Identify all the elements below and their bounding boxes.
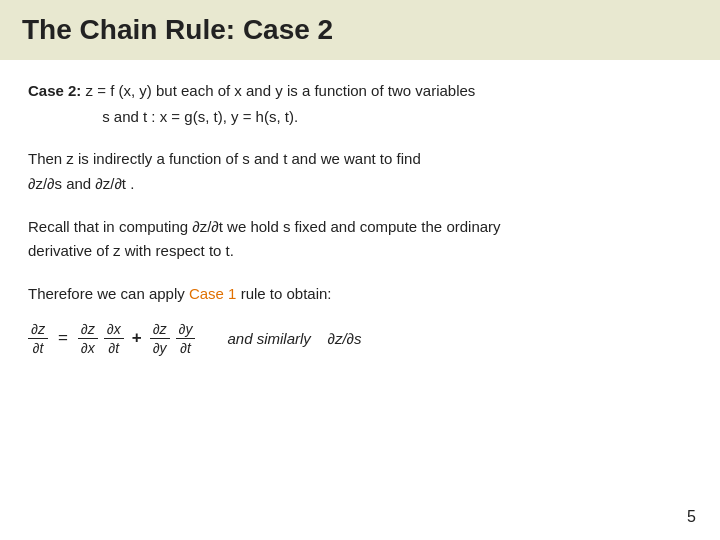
frac3-den: ∂y [150, 339, 170, 356]
formula-row: ∂z ∂t = ∂z ∂x ∂x ∂t + ∂z ∂y ∂y [28, 321, 692, 356]
frac4: ∂y ∂t [176, 321, 196, 356]
frac2-den: ∂t [105, 339, 122, 356]
recall-text2: derivative of z with respect to t. [28, 242, 234, 259]
equation: ∂z ∂t = ∂z ∂x ∂x ∂t + ∂z ∂y ∂y [28, 321, 195, 356]
then-block: Then z is indirectly a function of s and… [28, 147, 692, 197]
frac4-den: ∂t [177, 339, 194, 356]
and-similarly: and similarly ∂z/∂s [227, 330, 361, 347]
page-header: The Chain Rule: Case 2 [0, 0, 720, 60]
case2-line1: z = f (x, y) but each of x and y is a fu… [86, 82, 476, 99]
frac2: ∂x ∂t [104, 321, 124, 356]
page-title: The Chain Rule: Case 2 [22, 14, 698, 46]
case2-block: Case 2: z = f (x, y) but each of x and y… [28, 78, 692, 129]
frac4-num: ∂y [176, 321, 196, 339]
page-number: 5 [687, 508, 696, 526]
plus-sign: + [132, 328, 142, 348]
case2-line2: s and t : x = g(s, t), y = h(s, t). [102, 108, 298, 125]
therefore-block: Therefore we can apply Case 1 rule to ob… [28, 282, 692, 307]
recall-text1: Recall that in computing ∂z/∂t we hold s… [28, 218, 501, 235]
frac1-num: ∂z [78, 321, 98, 339]
lhs-den: ∂t [30, 339, 47, 356]
frac1: ∂z ∂x [78, 321, 98, 356]
then-text1: Then z is indirectly a function of s and… [28, 150, 421, 167]
frac3: ∂z ∂y [150, 321, 170, 356]
frac1-den: ∂x [78, 339, 98, 356]
therefore-text: Therefore we can apply [28, 285, 185, 302]
lhs-num: ∂z [28, 321, 48, 339]
then-text2: ∂z/∂s and ∂z/∂t . [28, 175, 134, 192]
eq-sign: = [58, 328, 68, 348]
frac2-num: ∂x [104, 321, 124, 339]
case1-label: Case 1 [189, 285, 237, 302]
recall-block: Recall that in computing ∂z/∂t we hold s… [28, 215, 692, 265]
lhs-fraction: ∂z ∂t [28, 321, 48, 356]
and-similarly-text: and similarly [227, 330, 310, 347]
case2-label: Case 2: [28, 82, 81, 99]
dzdivs: ∂z/∂s [328, 330, 362, 347]
main-content: Case 2: z = f (x, y) but each of x and y… [0, 78, 720, 356]
therefore-text2: rule to obtain: [241, 285, 332, 302]
frac3-num: ∂z [150, 321, 170, 339]
